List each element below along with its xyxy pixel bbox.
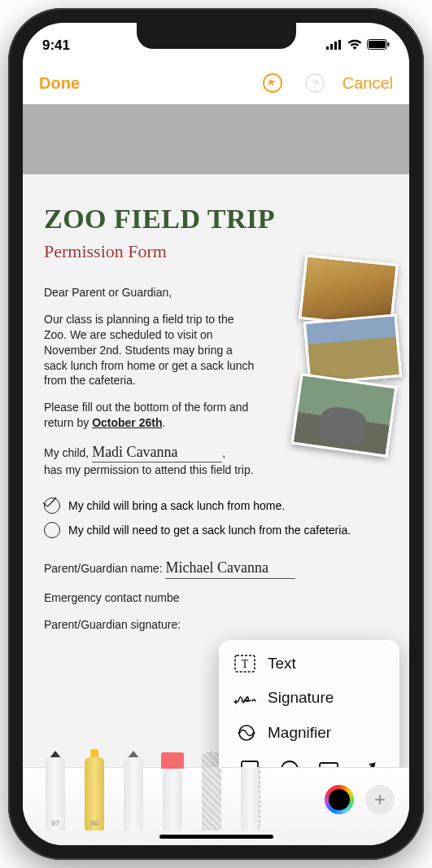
- status-time: 9:41: [42, 37, 70, 54]
- document-page: ZOO FIELD TRIP Permission Form Dear Pare…: [23, 174, 409, 767]
- photo-meerkats: [303, 313, 402, 385]
- magnifier-icon: [233, 723, 256, 743]
- screen: 9:41 Done Cancel: [23, 23, 409, 845]
- document-viewport[interactable]: ZOO FIELD TRIP Permission Form Dear Pare…: [23, 104, 409, 767]
- svg-rect-3: [338, 40, 341, 50]
- home-indicator[interactable]: [159, 835, 273, 839]
- radio-empty-icon: [44, 522, 60, 538]
- eraser-tool[interactable]: [155, 752, 190, 831]
- shape-circle-button[interactable]: [279, 759, 300, 767]
- option-label: My child will bring a sack lunch from ho…: [68, 499, 285, 512]
- shape-speech-bubble-button[interactable]: [318, 759, 339, 767]
- popup-item-label: Signature: [268, 689, 334, 707]
- child-name-field[interactable]: Madi Cavanna: [92, 444, 177, 460]
- status-indicators: [326, 37, 390, 54]
- pencil-tool[interactable]: [116, 752, 151, 831]
- popup-item-magnifier[interactable]: Magnifier: [219, 715, 399, 751]
- svg-text:T: T: [242, 658, 249, 670]
- nav-bar: Done Cancel: [23, 62, 409, 104]
- child-permission-line: My child, Madi Cavanna , has my permissi…: [44, 442, 255, 478]
- wifi-icon: [347, 37, 362, 54]
- color-picker-button[interactable]: [325, 785, 354, 814]
- done-button[interactable]: Done: [39, 74, 80, 93]
- page-title: ZOO FIELD TRIP: [44, 204, 388, 235]
- popup-item-label: Text: [268, 655, 296, 673]
- signature-icon: [233, 690, 256, 706]
- svg-rect-0: [326, 46, 329, 50]
- option-label: My child will need to get a sack lunch f…: [68, 524, 351, 537]
- svg-rect-1: [330, 44, 333, 50]
- redo-button[interactable]: [302, 70, 328, 96]
- cancel-button[interactable]: Cancel: [343, 74, 393, 93]
- shape-square-button[interactable]: [239, 759, 260, 767]
- svg-rect-2: [334, 42, 337, 50]
- add-annotation-button[interactable]: +: [365, 785, 395, 814]
- svg-rect-6: [388, 42, 390, 46]
- battery-icon: [367, 37, 390, 54]
- highlighter-tool[interactable]: 80: [76, 752, 112, 831]
- popup-item-signature[interactable]: Signature: [219, 681, 399, 715]
- popup-item-label: Magnifier: [268, 724, 331, 742]
- markup-add-popup: T Text Signature Magnifie: [219, 640, 399, 767]
- svg-point-15: [281, 761, 298, 767]
- svg-point-7: [264, 74, 281, 92]
- signature-line: Parent/Guardian signature:: [44, 617, 388, 633]
- checkmark-icon: [44, 498, 60, 514]
- markup-tool-tray: 97 80 +: [23, 767, 409, 845]
- svg-rect-14: [242, 761, 258, 767]
- popup-item-text[interactable]: T Text: [219, 647, 399, 681]
- body-para-2: Please fill out the bottom of the form a…: [44, 400, 255, 431]
- cellular-icon: [326, 37, 343, 54]
- svg-point-13: [253, 732, 255, 734]
- shape-arrow-button[interactable]: [358, 759, 379, 767]
- greeting-text: Dear Parent or Guardian,: [44, 285, 255, 300]
- emergency-contact-line: Emergency contact numbe: [44, 590, 388, 606]
- body-para-1: Our class is planning a field trip to th…: [44, 312, 255, 388]
- svg-point-12: [238, 732, 241, 734]
- phone-frame: 9:41 Done Cancel: [8, 8, 424, 860]
- undo-button[interactable]: [260, 70, 286, 96]
- popup-shapes-row: [219, 751, 399, 767]
- notch: [137, 23, 296, 49]
- guardian-name-line: Parent/Guardian name: Michael Cavanna: [44, 558, 388, 578]
- svg-rect-5: [369, 41, 386, 48]
- option-sack-lunch-cafeteria[interactable]: My child will need to get a sack lunch f…: [44, 522, 388, 538]
- option-sack-lunch-home[interactable]: My child will bring a sack lunch from ho…: [44, 498, 388, 514]
- photo-stack: [277, 259, 399, 487]
- pen-tool[interactable]: 97: [37, 752, 73, 831]
- svg-point-8: [306, 74, 324, 92]
- text-box-icon: T: [233, 655, 256, 673]
- photo-elephant: [290, 373, 397, 458]
- guardian-name-field[interactable]: Michael Cavanna: [165, 559, 268, 576]
